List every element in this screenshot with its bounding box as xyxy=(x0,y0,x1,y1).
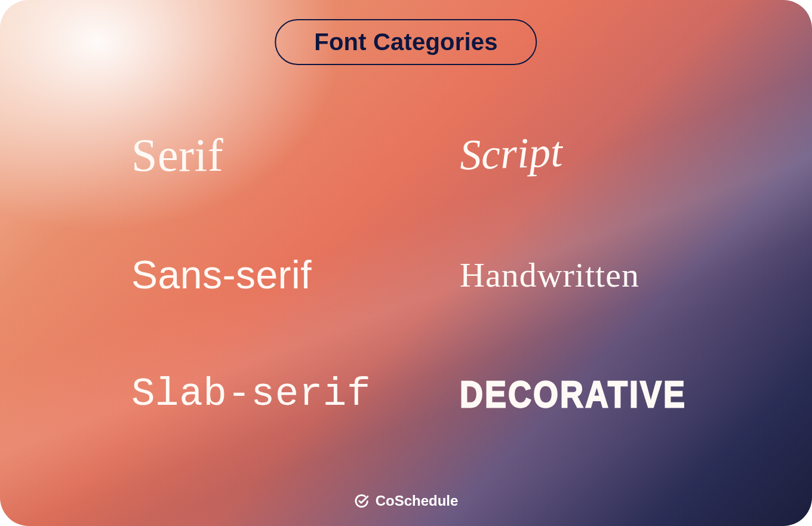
title-pill: Font Categories xyxy=(275,19,537,65)
cell-deco: DECORATIVE xyxy=(460,358,788,430)
cell-script: Script xyxy=(460,119,788,191)
label-serif: Serif xyxy=(131,128,223,182)
label-deco: DECORATIVE xyxy=(460,373,687,415)
card: Font Categories Serif Script Sans-serif … xyxy=(0,0,812,526)
font-category-grid: Serif Script Sans-serif Handwritten Slab… xyxy=(0,119,812,430)
brand-name: CoSchedule xyxy=(376,493,459,509)
label-script: Script xyxy=(459,127,564,180)
cell-slab: Slab-serif xyxy=(131,358,460,430)
label-slab: Slab-serif xyxy=(131,372,371,417)
page-title: Font Categories xyxy=(314,29,497,55)
label-sans: Sans-serif xyxy=(131,252,312,297)
label-hand: Handwritten xyxy=(460,255,639,295)
cell-hand: Handwritten xyxy=(460,239,788,310)
cell-serif: Serif xyxy=(131,119,460,191)
brand-check-icon xyxy=(354,493,370,509)
cell-sans: Sans-serif xyxy=(131,239,460,310)
footer-brand: CoSchedule xyxy=(354,493,459,509)
